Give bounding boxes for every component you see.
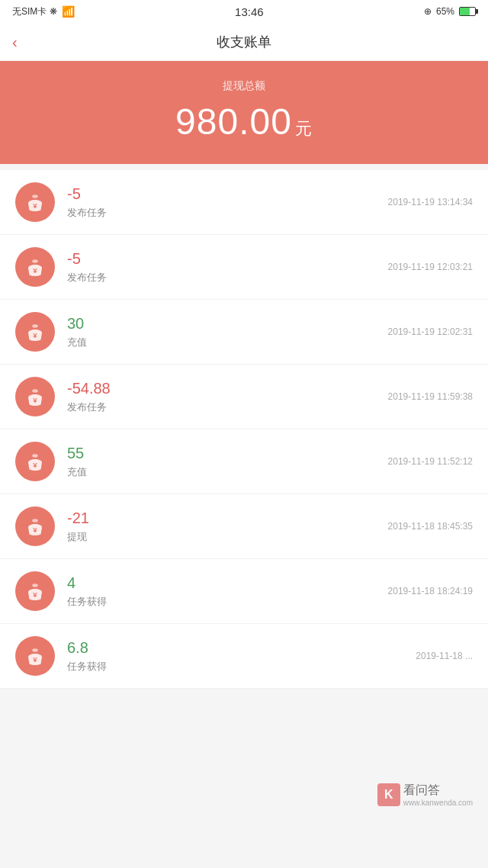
transaction-info: -5发布任务 (67, 250, 388, 285)
transaction-time: 2019-11-19 12:02:31 (388, 326, 473, 337)
transaction-info: 4任务获得 (67, 574, 388, 609)
transaction-item: ¥ -21提现2019-11-18 18:45:35 (0, 494, 488, 559)
transaction-time: 2019-11-18 18:24:19 (388, 586, 473, 596)
transaction-amount: -5 (67, 250, 388, 268)
transaction-item: ¥ 6.8任务获得2019-11-18 ... (0, 624, 488, 689)
transaction-time: 2019-11-18 18:45:35 (388, 521, 473, 532)
svg-point-2 (32, 259, 38, 263)
svg-text:¥: ¥ (33, 266, 37, 275)
watermark-url: www.kanwenda.com (403, 799, 473, 807)
transaction-icon: ¥ (15, 182, 55, 222)
transaction-item: ¥ 4任务获得2019-11-18 18:24:19 (0, 559, 488, 624)
transaction-amount: -5 (67, 185, 388, 203)
svg-point-8 (32, 454, 38, 458)
transaction-amount: 30 (67, 315, 388, 333)
transaction-icon: ¥ (15, 247, 55, 287)
transaction-icon: ¥ (15, 506, 55, 546)
transaction-desc: 发布任务 (67, 271, 388, 285)
lock-icon: ⊕ (424, 6, 432, 17)
back-button[interactable]: ‹ (12, 34, 18, 50)
summary-amount-value: 980.00 (175, 101, 292, 142)
transaction-icon: ¥ (15, 377, 55, 416)
watermark-logo: K (377, 783, 400, 806)
transaction-item: ¥ -5发布任务2019-11-19 12:03:21 (0, 235, 488, 300)
transaction-amount: 55 (67, 445, 388, 462)
transaction-time: 2019-11-18 ... (416, 651, 473, 661)
transaction-info: 6.8任务获得 (67, 639, 416, 674)
svg-text:¥: ¥ (33, 590, 37, 599)
transaction-item: ¥ -54.88发布任务2019-11-19 11:59:38 (0, 365, 488, 429)
status-time: 13:46 (235, 5, 264, 18)
transaction-item: ¥ 30充值2019-11-19 12:02:31 (0, 300, 488, 365)
summary-amount: 980.00元 (12, 101, 476, 143)
watermark: K 看问答 www.kanwenda.com (377, 783, 473, 807)
svg-text:¥: ¥ (33, 655, 37, 664)
svg-point-6 (32, 389, 38, 393)
status-bar: 无SIM卡 ❋ 📶 13:46 ⊕ 65% (0, 0, 488, 23)
svg-point-10 (32, 519, 38, 522)
svg-text:¥: ¥ (33, 396, 37, 404)
battery-icon (459, 7, 476, 16)
watermark-site-name: 看问答 (403, 783, 473, 799)
transaction-icon: ¥ (15, 571, 55, 611)
transaction-list: ¥ -5发布任务2019-11-19 13:14:34 ¥ -5发布任务2019… (0, 170, 488, 689)
transaction-info: 55充值 (67, 445, 388, 479)
page-header: ‹ 收支账单 (0, 23, 488, 61)
transaction-desc: 任务获得 (67, 660, 416, 674)
transaction-desc: 任务获得 (67, 595, 388, 609)
summary-unit: 元 (295, 119, 313, 138)
transaction-desc: 发布任务 (67, 400, 388, 414)
sim-label: 无SIM卡 ❋ (12, 5, 57, 18)
watermark-logo-text: K (384, 788, 393, 802)
svg-text:¥: ¥ (33, 201, 37, 210)
transaction-info: -54.88发布任务 (67, 380, 388, 414)
summary-label: 提现总额 (12, 79, 476, 93)
wifi-icon: 📶 (62, 5, 75, 18)
transaction-icon: ¥ (15, 636, 55, 676)
svg-point-0 (32, 194, 38, 198)
status-right: ⊕ 65% (424, 6, 476, 17)
transaction-desc: 充值 (67, 336, 388, 349)
transaction-desc: 提现 (67, 530, 388, 544)
transaction-time: 2019-11-19 11:52:12 (388, 456, 473, 467)
svg-point-12 (32, 583, 38, 587)
transaction-desc: 充值 (67, 465, 388, 479)
transaction-amount: -21 (67, 510, 388, 527)
transaction-time: 2019-11-19 13:14:34 (388, 197, 473, 207)
svg-point-14 (32, 648, 38, 652)
summary-banner: 提现总额 980.00元 (0, 61, 488, 164)
transaction-info: -5发布任务 (67, 185, 388, 220)
page-title: 收支账单 (217, 33, 271, 51)
transaction-amount: -54.88 (67, 380, 388, 397)
transaction-amount: 4 (67, 574, 388, 592)
transaction-item: ¥ -5发布任务2019-11-19 13:14:34 (0, 170, 488, 235)
transaction-info: -21提现 (67, 510, 388, 544)
transaction-desc: 发布任务 (67, 206, 388, 220)
transaction-time: 2019-11-19 12:03:21 (388, 262, 473, 272)
transaction-time: 2019-11-19 11:59:38 (388, 391, 473, 402)
svg-text:¥: ¥ (33, 526, 37, 534)
transaction-info: 30充值 (67, 315, 388, 349)
status-left: 无SIM卡 ❋ 📶 (12, 5, 75, 18)
svg-text:¥: ¥ (33, 331, 37, 339)
transaction-icon: ¥ (15, 442, 55, 481)
svg-text:¥: ¥ (33, 461, 37, 469)
transaction-icon: ¥ (15, 312, 55, 352)
watermark-text-block: 看问答 www.kanwenda.com (403, 783, 473, 807)
svg-point-4 (32, 324, 38, 328)
battery-percent: 65% (436, 6, 454, 17)
transaction-item: ¥ 55充值2019-11-19 11:52:12 (0, 429, 488, 494)
transaction-amount: 6.8 (67, 639, 416, 657)
